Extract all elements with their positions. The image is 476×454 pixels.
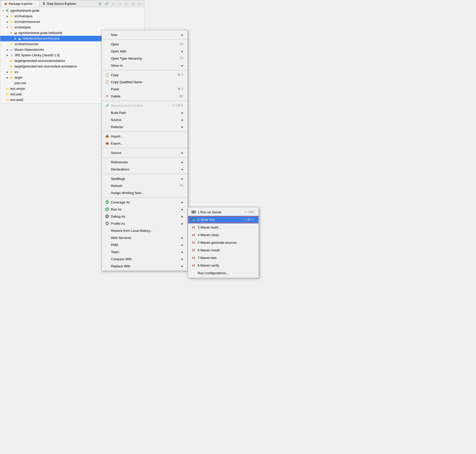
- tree-label-pom-xml: pom.xml: [14, 81, 26, 85]
- maven-verify-icon: m2: [191, 263, 196, 268]
- source2-icon: [105, 150, 109, 155]
- menu-item-declarations-label: Declarations: [111, 167, 179, 171]
- menu-item-compare-with[interactable]: Compare With ▶: [102, 255, 188, 263]
- menu-item-debug-as[interactable]: Debug As ▶: [102, 213, 188, 220]
- menu-item-web-services[interactable]: Web Services ▶: [102, 234, 188, 241]
- coverage-as-arrow: ▶: [181, 201, 183, 204]
- menu-item-show-in[interactable]: Show In ▶: [102, 62, 188, 69]
- menu-item-refactor[interactable]: Refactor ▶: [102, 123, 188, 130]
- submenu-item-maven-verify[interactable]: m2 8 Maven verify: [188, 261, 259, 269]
- menu-item-run-as-label: Run As: [111, 207, 179, 211]
- menu-item-source[interactable]: Source ▶: [102, 116, 188, 123]
- menu-item-replace-with[interactable]: Replace With ▶: [102, 263, 188, 270]
- submenu-item-run-on-server-label: 1 Run on Server: [198, 210, 242, 214]
- submenu-item-maven-test[interactable]: m2 7 Maven test: [188, 254, 259, 261]
- web-services-arrow: ▶: [181, 236, 183, 239]
- collapse-all-button[interactable]: ⊟: [97, 1, 103, 7]
- tree-item-src-main-java[interactable]: ▶ 📁 src/main/java: [0, 13, 144, 19]
- menu-item-build-path[interactable]: Build Path ▶: [102, 109, 188, 116]
- separator-5: [102, 148, 188, 148]
- tree-label-src-test-java: src/test/java: [14, 26, 31, 29]
- menu-item-run-as[interactable]: Run As ▶: [102, 206, 188, 213]
- menu-item-paste[interactable]: 📄 Paste ⌘ V: [102, 85, 188, 93]
- menu-item-coverage-as[interactable]: ▶ Coverage As ▶: [102, 199, 188, 206]
- submenu-item-maven-build[interactable]: m2 3 Maven build...: [188, 223, 259, 231]
- submenu-item-run-configurations[interactable]: Run Configurations...: [188, 269, 259, 277]
- submenu-item-maven-generate-sources[interactable]: m2 5 Maven generate-sources: [188, 239, 259, 246]
- menu-item-paste-label: Paste: [111, 87, 174, 91]
- tree-item-egovframework-guide[interactable]: ▼ 🏗 egovframework.guide: [0, 8, 144, 13]
- minimize-button[interactable]: —: [130, 1, 136, 7]
- menu-item-delete[interactable]: ✖ Delete ⌦: [102, 93, 188, 100]
- tree-item-src-main-resources[interactable]: ▶ 📁 src/main/resources: [0, 19, 144, 25]
- submenu-item-maven-install[interactable]: m2 6 Maven install: [188, 246, 259, 254]
- menu-item-import[interactable]: 📥 Import...: [102, 133, 188, 140]
- menu-item-restore-from-local-history[interactable]: Restore from Local History...: [102, 227, 188, 234]
- menu-item-open-with[interactable]: Open With ▶: [102, 48, 188, 55]
- menu-item-debug-as-label: Debug As: [111, 215, 179, 218]
- maven-install-icon: m2: [191, 248, 196, 253]
- refactor-icon: [105, 125, 109, 129]
- remove-shortcut: ⌥⇧⌘▼: [171, 104, 183, 107]
- maven-test-icon: m2: [191, 255, 196, 260]
- view-menu-button[interactable]: ⋮: [124, 1, 129, 7]
- menu-item-copy[interactable]: 📋 Copy ⌘ C: [102, 71, 188, 78]
- run-as-icon: [105, 207, 109, 212]
- submenu-item-maven-clean-label: 4 Maven clean: [198, 233, 254, 237]
- menu-item-profile-as[interactable]: Profile As ▶: [102, 220, 188, 227]
- menu-item-export[interactable]: 📤 Export...: [102, 140, 188, 147]
- menu-item-open-type-hierarchy[interactable]: Open Type Hierarchy F4: [102, 55, 188, 62]
- submenu-item-run-on-server[interactable]: 1 Run on Server ⌥⇧⌘R: [188, 208, 259, 216]
- team-arrow: ▶: [181, 251, 183, 253]
- build-path-icon: [105, 110, 109, 115]
- tab-close-button[interactable]: ×: [34, 2, 37, 6]
- tree-arrow-helloworld-test: ▶: [13, 37, 18, 40]
- menu-item-refresh-label: Refresh: [111, 184, 176, 188]
- menu-item-source2[interactable]: Source ▶: [102, 149, 188, 156]
- menu-item-remove-from-context[interactable]: 🔗 Remove from Context ⌥⇧⌘▼: [102, 102, 188, 109]
- paste-icon: 📄: [105, 87, 109, 91]
- tab-package-explorer[interactable]: 📦 Package Explorer ×: [1, 0, 40, 7]
- menu-item-assign-working-sets[interactable]: Assign Working Sets...: [102, 189, 188, 196]
- menu-item-declarations[interactable]: Declarations ▶: [102, 166, 188, 173]
- copy-shortcut: ⌘ C: [177, 73, 183, 77]
- submenu-item-junit-test[interactable]: Ju 2 JUnit Test ⌥⌘X T: [188, 216, 259, 223]
- tab-package-explorer-label: Package Explorer: [9, 2, 33, 6]
- submenu-item-run-configurations-label: Run Configurations...: [198, 271, 254, 275]
- menu-item-refresh[interactable]: Refresh F5: [102, 182, 188, 189]
- tab-data-source-explorer[interactable]: 🗄 Data Source Explorer: [40, 0, 78, 7]
- back-button[interactable]: ←: [110, 1, 116, 7]
- replace-icon: [105, 264, 109, 268]
- forward-button[interactable]: →: [117, 1, 123, 7]
- test-web2-icon: 📁: [5, 98, 9, 102]
- menu-item-open[interactable]: Open F3: [102, 41, 188, 48]
- submenu-item-maven-clean[interactable]: m2 4 Maven clean: [188, 231, 259, 239]
- run-on-server-icon: [191, 209, 196, 215]
- tree-arrow-helloworld: ▼: [9, 32, 13, 34]
- menu-item-pmd[interactable]: PMD ▶: [102, 241, 188, 248]
- menu-item-team[interactable]: Team ▶: [102, 248, 188, 255]
- menu-item-references[interactable]: References ▶: [102, 159, 188, 166]
- tree-arrow-jre: ▶: [5, 54, 9, 57]
- declarations-arrow: ▶: [181, 168, 183, 171]
- target-folder-icon: 📂: [9, 76, 13, 80]
- maven-clean-icon: m2: [191, 232, 196, 237]
- submenu-item-maven-generate-sources-label: 5 Maven generate-sources: [198, 241, 254, 245]
- source-icon: [105, 117, 109, 122]
- tree-label-test-web: test.web: [10, 93, 22, 96]
- menu-item-spotbugs[interactable]: SpotBugs ▶: [102, 175, 188, 182]
- menu-item-copy-qualified-name[interactable]: 📋 Copy Qualified Name: [102, 78, 188, 85]
- submenu-item-maven-install-label: 6 Maven install: [198, 248, 254, 252]
- maximize-button[interactable]: □: [137, 1, 142, 7]
- svg-text:Ju: Ju: [192, 218, 195, 221]
- link-with-editor-button[interactable]: 🔗: [104, 1, 109, 7]
- tree-item-src-test-java[interactable]: ▼ 📁 src/test/java: [0, 25, 144, 30]
- coverage-icon: ▶: [105, 200, 109, 204]
- type-hierarchy-icon: [105, 56, 109, 61]
- menu-item-new[interactable]: New ▶: [102, 31, 188, 38]
- pmd-arrow: ▶: [181, 243, 183, 246]
- open-with-icon: [105, 49, 109, 54]
- export-icon: 📤: [105, 141, 109, 146]
- submenu-item-maven-build-label: 3 Maven build...: [198, 225, 254, 229]
- junit-test-icon: Ju: [191, 217, 196, 222]
